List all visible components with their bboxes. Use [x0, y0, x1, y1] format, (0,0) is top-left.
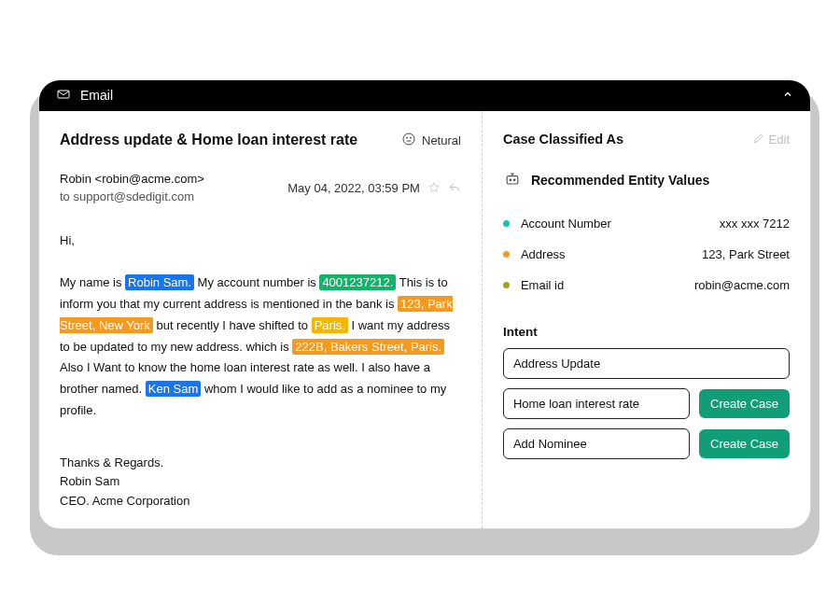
- intent-row: Home loan interest rate Create Case: [503, 388, 790, 419]
- entity-row: Account Number xxx xxx 7212: [503, 208, 790, 239]
- intent-field[interactable]: Add Nominee: [503, 428, 690, 459]
- classification-panel: Case Classified As Edit: [483, 111, 810, 528]
- robot-icon: [503, 170, 522, 191]
- body-seg: but recently I have shifted to: [153, 318, 312, 332]
- entity-label: Account Number: [521, 217, 720, 231]
- star-icon[interactable]: [427, 181, 441, 194]
- email-greeting: Hi,: [60, 231, 461, 252]
- email-date-actions: May 04, 2022, 03:59 PM: [287, 181, 461, 195]
- email-date: May 04, 2022, 03:59 PM: [287, 181, 420, 195]
- entity-highlight-address: 222B, Bakers Street, Paris.: [292, 339, 444, 355]
- classification-header: Case Classified As Edit: [503, 132, 790, 147]
- body-seg: My account number is: [194, 275, 319, 289]
- titlebar-label: Email: [80, 88, 113, 103]
- entity-highlight-person: Ken Sam: [146, 381, 201, 397]
- email-icon: [56, 87, 71, 105]
- signoff-line: Robin Sam: [60, 472, 461, 492]
- entity-label: Email id: [521, 278, 694, 292]
- intent-field[interactable]: Address Update: [503, 348, 790, 379]
- classification-title: Case Classified As: [503, 132, 752, 147]
- svg-rect-0: [58, 91, 69, 98]
- entity-value: xxx xxx 7212: [720, 217, 790, 231]
- sentiment-indicator: Netural: [401, 132, 461, 149]
- entity-dot-icon: [503, 251, 510, 258]
- svg-point-3: [410, 137, 411, 138]
- neutral-face-icon: [401, 132, 416, 149]
- intent-row: Add Nominee Create Case: [503, 428, 790, 459]
- svg-point-1: [403, 133, 414, 145]
- app-window: Email Address update & Home loan interes…: [39, 80, 810, 528]
- email-sender-block: Robin <robin@acme.com> to support@sdedig…: [60, 170, 204, 206]
- entity-highlight-person: Robin Sam.: [125, 274, 194, 290]
- recommended-header: Recommended Entity Values: [503, 170, 790, 191]
- edit-button[interactable]: Edit: [752, 132, 790, 147]
- entity-label: Address: [521, 247, 702, 261]
- email-subject: Address update & Home loan interest rate: [60, 132, 392, 148]
- subject-row: Address update & Home loan interest rate…: [60, 132, 461, 149]
- main-body: Address update & Home loan interest rate…: [39, 111, 810, 528]
- intent-title: Intent: [503, 325, 790, 339]
- intent-block: Intent Address Update Home loan interest…: [503, 325, 790, 469]
- create-case-button[interactable]: Create Case: [699, 429, 790, 458]
- create-case-button[interactable]: Create Case: [699, 389, 790, 418]
- sentiment-label: Netural: [422, 133, 461, 147]
- email-meta: Robin <robin@acme.com> to support@sdedig…: [60, 170, 461, 206]
- email-to-line: to support@sdedigit.com: [60, 188, 204, 206]
- entity-dot-icon: [503, 220, 510, 227]
- collapse-toggle[interactable]: [782, 89, 793, 103]
- edit-label: Edit: [769, 133, 790, 147]
- email-signoff: Thanks & Regards. Robin Sam CEO. Acme Co…: [60, 454, 461, 511]
- titlebar: Email: [39, 80, 810, 111]
- email-to-prefix: to: [60, 189, 73, 203]
- svg-point-2: [406, 137, 407, 138]
- entity-dot-icon: [503, 282, 510, 288]
- entities-list: Account Number xxx xxx 7212 Address 123,…: [503, 208, 790, 301]
- recommended-title: Recommended Entity Values: [531, 173, 709, 188]
- email-body-text: My name is Robin Sam. My account number …: [60, 273, 461, 421]
- entity-value: 123, Park Street: [702, 247, 790, 261]
- signoff-line: Thanks & Regards.: [60, 454, 461, 473]
- pencil-icon: [752, 132, 765, 147]
- email-from: Robin <robin@acme.com>: [60, 170, 204, 189]
- signoff-line: CEO. Acme Corporation: [60, 492, 461, 511]
- intent-row: Address Update: [503, 348, 790, 379]
- body-seg: My name is: [60, 275, 125, 289]
- entity-highlight-account: 4001237212.: [319, 274, 396, 290]
- svg-point-6: [513, 179, 515, 181]
- email-panel: Address update & Home loan interest rate…: [39, 111, 483, 528]
- entity-highlight-city: Paris.: [312, 317, 348, 333]
- intent-field[interactable]: Home loan interest rate: [503, 388, 690, 419]
- reply-icon[interactable]: [448, 181, 461, 194]
- email-to: support@sdedigit.com: [73, 189, 194, 203]
- entity-row: Address 123, Park Street: [503, 239, 790, 270]
- entity-row: Email id robin@acme.com: [503, 270, 790, 301]
- svg-point-5: [510, 179, 511, 181]
- svg-rect-4: [507, 176, 518, 184]
- email-body: Hi, My name is Robin Sam. My account num…: [60, 231, 461, 422]
- entity-value: robin@acme.com: [694, 278, 790, 292]
